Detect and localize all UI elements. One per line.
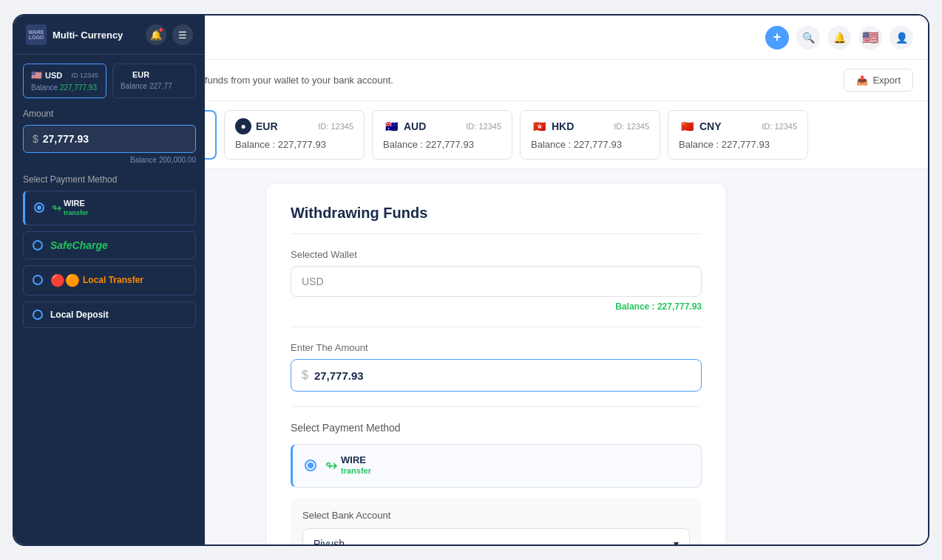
mobile-card-eur[interactable]: EUR Balance 227,77	[112, 64, 196, 98]
wallet-input[interactable]	[291, 266, 702, 297]
mobile-usd-flag: 🇺🇸	[31, 70, 42, 81]
cny-id: ID: 12345	[762, 122, 797, 131]
bank-selected-value: Piyush	[314, 538, 345, 544]
search-button[interactable]: 🔍	[796, 26, 820, 49]
wallet-group: Selected Wallet Balance : 227,777.93	[291, 249, 702, 312]
mobile-local-deposit-label: Local Deposit	[50, 310, 109, 320]
mobile-safecharge-radio	[33, 240, 43, 250]
language-button[interactable]: 🇺🇸	[858, 26, 882, 49]
mobile-wire-label: WIREtransfer	[64, 199, 89, 217]
chevron-down-icon: ▾	[674, 538, 679, 544]
amount-group: Enter The Amount $	[291, 342, 702, 392]
mastercard-icon: 🔴🟠	[50, 273, 80, 287]
mobile-header: WARE LOGO Multi- Currency 🔔 ☰	[14, 16, 205, 55]
eur-code: EUR	[256, 120, 278, 132]
mobile-wire-radio	[34, 202, 44, 213]
mobile-usd-id: ID 12345	[71, 72, 98, 79]
notification-badge	[158, 27, 163, 33]
amount-label: Enter The Amount	[291, 342, 702, 353]
aud-code: AUD	[404, 120, 426, 132]
mobile-usd-balance: Balance 227,777.93	[31, 83, 98, 92]
wire-label: WIREtransfer	[341, 455, 371, 477]
export-label: Export	[872, 75, 901, 86]
amount-input-wrapper: $	[291, 359, 702, 392]
currency-card-hkd[interactable]: 🇭🇰 HKD ID: 12345 Balance : 227,777.93	[520, 110, 660, 160]
mobile-title: Multi- Currency	[52, 30, 123, 41]
cny-code: CNY	[699, 120, 722, 132]
mobile-currency-cards: 🇺🇸 USD ID 12345 Balance 227,777.93 EUR	[23, 64, 196, 98]
export-button[interactable]: 📤 Export	[844, 69, 913, 92]
mobile-local-transfer-label: Local Transfer	[83, 275, 143, 285]
mobile-balance-hint: Balance 200,000.00	[23, 156, 196, 164]
currency-symbol: $	[302, 369, 308, 382]
mobile-menu-button[interactable]: ☰	[172, 24, 193, 45]
balance-label-text: Balance :	[615, 301, 654, 312]
wallet-balance-hint: Balance : 227,777.93	[291, 301, 702, 312]
currency-card-eur[interactable]: ● EUR ID: 12345 Balance : 227,777.93	[224, 110, 365, 160]
amount-input[interactable]	[314, 369, 691, 382]
mobile-payment-label: Select Payment Method	[23, 174, 196, 185]
wire-transfer-option[interactable]: ↬ WIREtransfer	[291, 444, 702, 488]
wire-arrow-icon: ↬	[325, 457, 338, 474]
mobile-eur-balance: Balance 227,77	[121, 82, 188, 90]
mobile-currency-symbol: $	[33, 133, 38, 145]
bank-section: Select Bank Account Piyush ▾ Add Bank Ac…	[291, 498, 702, 544]
wire-transfer-radio	[305, 460, 316, 471]
mobile-amount-wrapper: $ 27,777.93	[23, 125, 196, 153]
topbar-actions: + 🔍 🔔 🇺🇸 👤	[765, 26, 913, 49]
mobile-logo-text: WARE LOGO	[26, 30, 47, 40]
currency-card-aud[interactable]: 🇦🇺 AUD ID: 12345 Balance : 227,777.93	[372, 110, 512, 160]
cny-flag: 🇨🇳	[679, 118, 695, 134]
mobile-logo: WARE LOGO	[26, 24, 47, 45]
notification-icon: 🔔	[833, 32, 846, 44]
mobile-wire-logo: ↬ WIREtransfer	[52, 199, 89, 217]
hkd-code: HKD	[552, 120, 574, 132]
mobile-header-icons: 🔔 ☰	[146, 24, 193, 45]
mobile-amount-label: Amount	[23, 109, 196, 119]
eur-balance: Balance : 227,777.93	[235, 139, 353, 150]
export-icon: 📤	[856, 75, 868, 86]
mobile-body: 🇺🇸 USD ID 12345 Balance 227,777.93 EUR	[14, 55, 205, 544]
hkd-flag: 🇭🇰	[531, 118, 547, 134]
mobile-local-transfer-logo: 🔴🟠 Local Transfer	[50, 273, 143, 287]
payment-method-label: Select Payment Method	[291, 422, 702, 434]
eur-id: ID: 12345	[318, 122, 353, 131]
hkd-balance: Balance : 227,777.93	[531, 139, 649, 150]
mobile-local-deposit-radio	[33, 310, 43, 320]
mobile-menu-icon: ☰	[178, 30, 187, 41]
mobile-local-transfer-radio	[33, 275, 43, 285]
balance-value: 227,777.93	[657, 301, 702, 312]
mobile-panel: WARE LOGO Multi- Currency 🔔 ☰	[14, 16, 205, 544]
mobile-safecharge-option[interactable]: SafeCharge	[23, 231, 196, 259]
mobile-logo-area: WARE LOGO Multi- Currency	[26, 24, 123, 45]
add-button[interactable]: +	[765, 26, 789, 49]
aud-balance: Balance : 227,777.93	[383, 139, 501, 150]
eur-flag: ●	[235, 118, 251, 134]
bank-select-dropdown[interactable]: Piyush ▾	[302, 528, 690, 544]
flag-icon: 🇺🇸	[862, 30, 878, 46]
mobile-wire-arrow-icon: ↬	[52, 201, 61, 215]
payment-section: Select Payment Method ↬ WIREtransfer	[291, 422, 702, 544]
cny-balance: Balance : 227,777.93	[679, 139, 797, 150]
notifications-button[interactable]: 🔔	[827, 26, 851, 49]
mobile-local-transfer-option[interactable]: 🔴🟠 Local Transfer	[23, 265, 196, 296]
bank-account-label: Select Bank Account	[302, 510, 690, 521]
user-button[interactable]: 👤	[890, 26, 913, 49]
search-icon: 🔍	[802, 32, 815, 44]
user-icon: 👤	[895, 32, 908, 44]
mobile-eur-flag	[121, 70, 129, 79]
aud-id: ID: 12345	[466, 122, 501, 131]
mobile-wire-option[interactable]: ↬ WIREtransfer	[23, 191, 196, 225]
wire-transfer-logo: ↬ WIREtransfer	[325, 455, 371, 477]
currency-card-cny[interactable]: 🇨🇳 CNY ID: 12345 Balance : 227,777.93	[668, 110, 808, 160]
mobile-card-usd[interactable]: 🇺🇸 USD ID 12345 Balance 227,777.93	[23, 64, 106, 98]
mobile-local-deposit-option[interactable]: Local Deposit	[23, 301, 196, 328]
withdraw-title: Withdrawing Funds	[291, 205, 702, 234]
mobile-safecharge-label: SafeCharge	[50, 239, 108, 251]
mobile-amount-value: 27,777.93	[43, 133, 89, 145]
divider-1	[291, 327, 702, 327]
mobile-eur-code: EUR	[132, 70, 149, 79]
mobile-notification-button[interactable]: 🔔	[146, 24, 166, 45]
mobile-usd-code: USD	[45, 71, 62, 80]
divider-2	[291, 406, 702, 407]
